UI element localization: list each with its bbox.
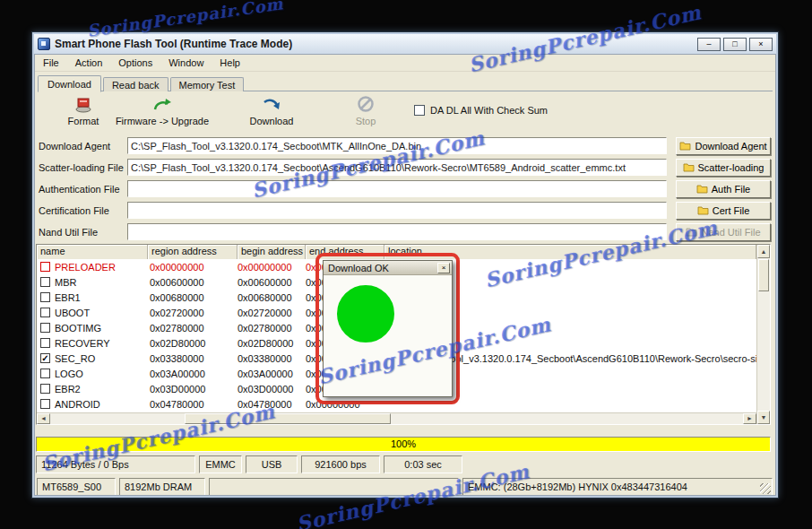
scatter-file-label: Scatter-loading File <box>36 162 127 173</box>
dialog-title: Download OK <box>328 263 389 273</box>
menu-window[interactable]: Window <box>160 55 212 71</box>
download-agent-browse-button[interactable]: Download Agent <box>676 137 771 155</box>
scatter-file-browse-button[interactable]: Scatter-loading <box>676 159 771 177</box>
folder-icon <box>686 227 697 237</box>
cert-file-label: Certification File <box>36 205 127 216</box>
menu-help[interactable]: Help <box>212 55 248 71</box>
window-title: Smart Phone Flash Tool (Runtime Trace Mo… <box>55 38 693 50</box>
cert-file-browse-button[interactable]: Cert File <box>676 202 771 220</box>
begin-address: 0x00000000 <box>238 260 306 274</box>
horizontal-scrollbar[interactable]: ◄ ► <box>37 412 756 424</box>
folder-icon <box>696 184 708 194</box>
region-address: 0x03D00000 <box>148 382 238 396</box>
header-begin-address[interactable]: begin address <box>238 245 306 259</box>
nand-util-browse-button[interactable]: Nand Util File <box>676 223 771 241</box>
download-agent-input[interactable] <box>127 137 667 154</box>
browse-button-label: Nand Util File <box>701 227 760 238</box>
begin-address: 0x03A00000 <box>238 367 306 381</box>
browse-button-label: Cert File <box>713 205 750 216</box>
success-ring-icon <box>337 285 394 343</box>
desktop-background: Smart Phone Flash Tool (Runtime Trace Mo… <box>0 0 812 529</box>
region-address: 0x03380000 <box>148 351 238 366</box>
nand-util-label: Nand Util File <box>36 227 127 238</box>
connection-type-status: USB <box>246 455 298 473</box>
nand-util-row: Nand Util File Nand Util File <box>36 222 771 241</box>
firmware-upgrade-button[interactable]: Firmware -> Upgrade <box>104 93 220 126</box>
firmware-upgrade-label: Firmware -> Upgrade <box>104 116 220 126</box>
stop-label: Stop <box>307 116 424 126</box>
minimize-button[interactable]: – <box>697 38 721 51</box>
emmc-info-text: EMMC: (28Gb+8192Mb) HYNIX 0x483447316404 <box>468 481 687 492</box>
partition-name: SEC_RO <box>55 351 95 366</box>
tab-download[interactable]: Download <box>38 75 101 92</box>
auth-file-browse-button[interactable]: Auth File <box>676 180 771 198</box>
app-icon <box>38 38 50 50</box>
menu-file[interactable]: File <box>35 55 67 71</box>
scroll-left-arrow[interactable]: ◄ <box>37 413 50 424</box>
da-dl-checksum-checkbox[interactable] <box>414 105 425 116</box>
tab-memory-test[interactable]: Memory Test <box>170 77 245 91</box>
auth-file-label: Authentication File <box>36 184 127 195</box>
scatter-file-input[interactable] <box>127 159 667 176</box>
app-window: Smart Phone Flash Tool (Runtime Trace Mo… <box>31 31 779 499</box>
scroll-down-arrow[interactable]: ▼ <box>757 411 770 424</box>
nand-util-input[interactable] <box>127 223 667 240</box>
menu-options[interactable]: Options <box>110 55 160 71</box>
empty-status-cell <box>209 478 459 496</box>
dialog-title-bar[interactable]: Download OK × <box>324 261 452 275</box>
header-name[interactable]: name <box>37 245 148 259</box>
horizontal-scroll-track[interactable] <box>50 413 743 424</box>
progress-bar: 100% <box>36 437 771 452</box>
row-checkbox[interactable] <box>40 384 50 394</box>
stop-button[interactable]: Stop <box>307 93 424 126</box>
file-fields: Download Agent Download Agent Scatter-lo… <box>36 136 771 244</box>
menu-bar: File Action Options Window Help <box>35 55 775 72</box>
firmware-upgrade-icon <box>104 93 220 113</box>
close-button[interactable]: × <box>749 38 773 51</box>
folder-icon <box>697 205 709 215</box>
row-checkbox[interactable] <box>40 292 50 302</box>
cert-file-input[interactable] <box>127 202 667 219</box>
row-checkbox[interactable]: ✓ <box>40 353 50 363</box>
partition-name: BOOTIMG <box>55 321 101 335</box>
menu-action[interactable]: Action <box>67 55 111 71</box>
dialog-close-button[interactable]: × <box>437 263 450 273</box>
scroll-up-arrow[interactable]: ▲ <box>757 245 770 258</box>
vertical-scroll-thumb[interactable] <box>758 259 769 291</box>
row-checkbox[interactable] <box>40 399 50 409</box>
row-checkbox[interactable] <box>40 338 50 348</box>
browse-button-label: Download Agent <box>695 141 766 152</box>
header-region-address[interactable]: region address <box>148 245 238 259</box>
begin-address: 0x03D00000 <box>238 382 306 396</box>
row-checkbox[interactable] <box>40 262 50 272</box>
begin-address: 0x04780000 <box>238 397 306 412</box>
progress-fill: 100% <box>37 438 770 451</box>
baud-rate-status: 921600 bps <box>301 455 380 473</box>
folder-icon <box>683 162 695 172</box>
row-checkbox[interactable] <box>40 369 50 378</box>
browse-button-label: Auth File <box>712 184 750 195</box>
region-address: 0x02D80000 <box>148 336 238 351</box>
begin-address: 0x02780000 <box>238 321 306 335</box>
begin-address: 0x02720000 <box>238 306 306 320</box>
resize-grip[interactable] <box>760 483 771 494</box>
title-bar[interactable]: Smart Phone Flash Tool (Runtime Trace Mo… <box>34 34 776 54</box>
row-checkbox[interactable] <box>40 277 50 287</box>
scroll-right-arrow[interactable]: ► <box>743 413 756 424</box>
auth-file-input[interactable] <box>127 180 667 197</box>
horizontal-scroll-thumb[interactable] <box>185 413 391 424</box>
region-address: 0x02780000 <box>148 321 238 335</box>
tab-strip: Download Read back Memory Test <box>38 73 773 91</box>
tab-read-back[interactable]: Read back <box>103 77 168 91</box>
partition-name: RECOVERY <box>55 336 110 351</box>
partition-name: EBR2 <box>55 382 81 396</box>
vertical-scroll-track[interactable] <box>757 292 770 411</box>
region-address: 0x03A00000 <box>148 367 238 381</box>
maximize-button[interactable]: □ <box>723 38 747 51</box>
da-dl-checksum-label: DA DL All With Check Sum <box>430 105 548 116</box>
region-address: 0x00600000 <box>148 275 238 290</box>
row-checkbox[interactable] <box>40 308 50 317</box>
vertical-scrollbar[interactable]: ▲ ▼ <box>756 245 770 424</box>
bytes-status: 11264 Bytes / 0 Bps <box>36 455 195 473</box>
row-checkbox[interactable] <box>40 323 50 333</box>
